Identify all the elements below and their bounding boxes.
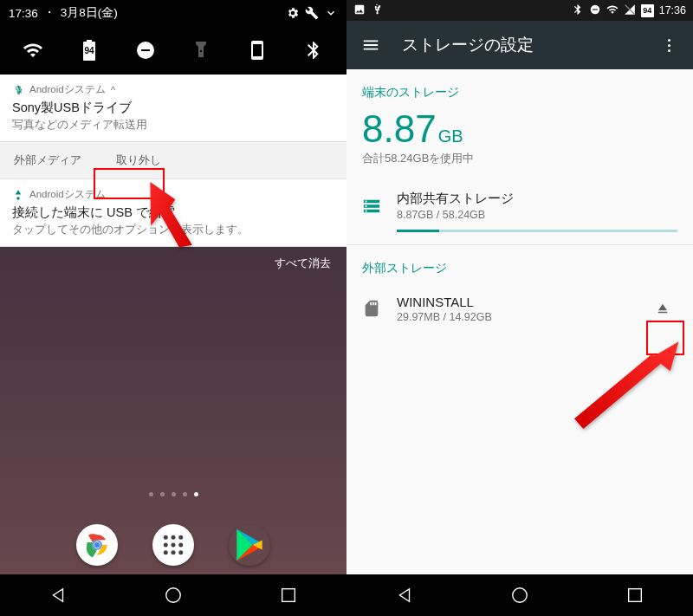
nav-home-icon[interactable] <box>510 586 529 605</box>
section-device-storage: 端末のストレージ <box>346 69 693 107</box>
svg-point-11 <box>178 543 183 548</box>
portrait-icon[interactable] <box>247 40 268 61</box>
svg-point-6 <box>164 535 168 540</box>
storage-total-label: 合計58.24GBを使用中 <box>346 151 693 180</box>
play-store-icon[interactable] <box>229 524 270 566</box>
nav-bar <box>346 574 693 616</box>
bluetooth-status-icon <box>572 3 584 18</box>
svg-point-13 <box>172 550 176 554</box>
settings-icon[interactable] <box>286 6 300 20</box>
svg-point-9 <box>164 543 168 548</box>
image-icon <box>353 3 366 18</box>
svg-rect-18 <box>593 9 598 10</box>
svg-point-7 <box>172 535 176 540</box>
status-bar: 17:36 ・ 3月8日(金) <box>0 0 346 26</box>
svg-rect-20 <box>629 589 642 602</box>
status-time: 17:36 <box>9 7 38 20</box>
dock <box>0 524 346 566</box>
svg-point-5 <box>94 542 100 548</box>
svg-point-12 <box>164 550 168 554</box>
nav-home-icon[interactable] <box>164 586 183 605</box>
storage-used-amount: 8.87GB <box>346 107 693 151</box>
svg-rect-1 <box>141 49 150 51</box>
phone-left-notifications: 17:36 ・ 3月8日(金) 94 <box>0 0 346 616</box>
status-bar: 94 17:36 <box>346 0 693 21</box>
battery-tile[interactable]: 94 <box>79 40 100 61</box>
phone-right-storage-settings: 94 17:36 ストレージの設定 端末のストレージ 8.87GB 合計58.2… <box>346 0 693 616</box>
quick-settings-row: 94 <box>0 26 346 75</box>
wrench-icon <box>305 6 319 20</box>
svg-rect-16 <box>282 589 295 602</box>
wifi-icon[interactable] <box>23 40 43 61</box>
action-eject[interactable]: 取り外し <box>102 142 175 178</box>
internal-storage-row[interactable]: 内部共有ストレージ 8.87GB / 58.24GB <box>346 180 693 230</box>
dnd-status-icon <box>589 3 601 18</box>
eject-button[interactable] <box>648 294 677 323</box>
external-storage-row[interactable]: WININSTALL 29.97MB / 14.92GB <box>346 283 693 332</box>
clear-all-link[interactable]: すべて消去 <box>0 247 346 275</box>
nav-back-icon[interactable] <box>49 586 68 605</box>
appbar-title: ストレージの設定 <box>402 34 651 56</box>
svg-point-8 <box>178 535 183 540</box>
notification-actions: 外部メディア 取り外し <box>0 142 346 179</box>
svg-point-15 <box>166 588 181 603</box>
nav-recents-icon[interactable] <box>625 586 644 605</box>
more-icon[interactable] <box>651 28 686 62</box>
usb-icon <box>371 3 383 18</box>
notification-usb-drive[interactable]: Androidシステム ^ Sony製USBドライブ 写真などのメディア転送用 <box>0 75 346 142</box>
app-drawer-icon[interactable] <box>152 524 194 566</box>
storage-icon <box>362 197 381 216</box>
app-bar: ストレージの設定 <box>346 21 693 69</box>
flashlight-icon[interactable] <box>191 40 211 61</box>
status-time: 17:36 <box>659 4 686 16</box>
nav-bar <box>0 574 346 616</box>
svg-point-10 <box>172 543 176 548</box>
action-external-media[interactable]: 外部メディア <box>0 142 95 178</box>
dnd-icon[interactable] <box>135 40 156 61</box>
sd-card-icon <box>362 299 381 318</box>
collapse-icon[interactable]: ^ <box>111 85 115 95</box>
page-indicator <box>0 492 346 496</box>
battery-status: 94 <box>641 4 654 17</box>
bluetooth-icon[interactable] <box>303 40 324 61</box>
status-date: 3月8日(金) <box>61 5 118 21</box>
no-signal-icon <box>624 3 636 18</box>
storage-usage-bar <box>397 230 677 232</box>
notification-usb-power[interactable]: Androidシステム 接続した端末に USB で給電 タップしてその他のオプシ… <box>0 179 346 247</box>
nav-back-icon[interactable] <box>395 586 414 605</box>
svg-point-14 <box>178 550 183 554</box>
annotation-arrow-right <box>563 334 684 451</box>
svg-point-19 <box>513 588 528 603</box>
hamburger-menu-icon[interactable] <box>353 28 388 62</box>
chevron-down-icon[interactable] <box>324 6 338 20</box>
section-external-storage: 外部ストレージ <box>346 245 693 283</box>
chrome-app-icon[interactable] <box>76 524 118 566</box>
wifi-status-icon <box>606 3 619 18</box>
nav-recents-icon[interactable] <box>279 586 298 605</box>
